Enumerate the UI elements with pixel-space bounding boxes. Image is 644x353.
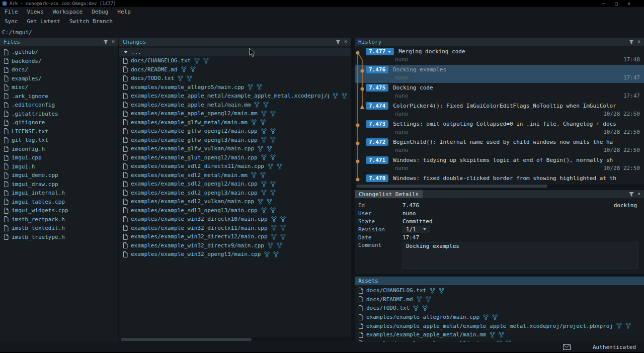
- change-row[interactable]: docs/README.md: [119, 65, 351, 74]
- close-panel-icon[interactable]: ×: [344, 39, 347, 44]
- file-row[interactable]: imgui.cpp: [0, 153, 118, 162]
- change-row[interactable]: examples/example_sdl2_metal/main.mm: [119, 171, 351, 180]
- file-row[interactable]: docs/: [0, 65, 118, 74]
- filter-icon[interactable]: [103, 39, 109, 45]
- revision-badge[interactable]: 7.473: [366, 120, 388, 128]
- commit-row[interactable]: 7.475 Docking code nuno 17:47: [355, 83, 644, 101]
- file-row[interactable]: imgui_internal.h: [0, 189, 118, 198]
- file-row[interactable]: .gitignore: [0, 118, 118, 127]
- expander-down-icon[interactable]: [124, 51, 128, 53]
- files-panel-header: Files ×: [0, 38, 118, 46]
- menu-item[interactable]: File: [0, 9, 23, 15]
- change-row[interactable]: docs/CHANGELOG.txt: [119, 56, 351, 65]
- toolbar-button[interactable]: Get Latest: [23, 18, 65, 25]
- maximize-icon[interactable]: □: [615, 1, 617, 6]
- revision-badge[interactable]: 7.477: [366, 48, 394, 55]
- detail-row-state: State Committed: [355, 217, 644, 225]
- changes-root-node[interactable]: ...: [119, 48, 351, 56]
- change-row[interactable]: examples/example_sdl2_directx11/main.cpp: [119, 162, 351, 171]
- change-row[interactable]: docs/TODO.txt: [119, 74, 351, 83]
- revision-number: 7.472: [369, 139, 385, 145]
- revision-badge[interactable]: 7.472: [366, 138, 388, 146]
- branch-icon: [264, 251, 270, 257]
- commit-row[interactable]: 7.474 ColorPicker4(): Fixed ImGuiColorEd…: [355, 101, 644, 119]
- asset-row[interactable]: docs/TODO.txt: [355, 304, 644, 313]
- file-row[interactable]: git_log.txt: [0, 136, 118, 145]
- change-row[interactable]: examples/example_win32_opengl3/main.cpp: [119, 250, 351, 259]
- change-row[interactable]: examples/example_sdl2_opengl2/main.cpp: [119, 180, 351, 189]
- change-row[interactable]: examples/example_win32_directx11/main.cp…: [119, 224, 351, 233]
- filter-icon[interactable]: [628, 192, 634, 197]
- change-row[interactable]: examples/example_apple_metal/example_app…: [119, 92, 351, 101]
- file-row[interactable]: imstb_truetype.h: [0, 233, 118, 242]
- revision-badge[interactable]: 7.470: [366, 174, 388, 182]
- scrollbar-thumb[interactable]: [356, 185, 547, 188]
- menu-item[interactable]: Help: [113, 9, 135, 15]
- change-row[interactable]: examples/example_apple_opengl2/main.mm: [119, 109, 351, 118]
- comment-field[interactable]: Docking examples: [403, 242, 638, 269]
- file-row[interactable]: imstb_textedit.h: [0, 224, 118, 233]
- change-row[interactable]: examples/example_glfw_metal/main.mm: [119, 118, 351, 127]
- change-row[interactable]: examples/example_glfw_vulkan/main.cpp: [119, 144, 351, 153]
- file-row[interactable]: imgui_widgets.cpp: [0, 206, 118, 215]
- change-row[interactable]: examples/example_glfw_opengl2/main.cpp: [119, 127, 351, 136]
- file-row[interactable]: imgui_draw.cpp: [0, 180, 118, 189]
- asset-row[interactable]: docs/CHANGELOG.txt: [355, 286, 644, 295]
- commit-row[interactable]: 7.473 Settings: omit outputing Collapsed…: [355, 119, 644, 137]
- menu-item[interactable]: Workspace: [48, 9, 88, 15]
- commit-row[interactable]: 7.472 BeginChild(): Internal name used b…: [355, 137, 644, 155]
- revision-badge[interactable]: 7.474: [366, 102, 388, 110]
- file-icon: [358, 288, 363, 294]
- change-row[interactable]: examples/example_sdl2_vulkan/main.cpp: [119, 197, 351, 206]
- revision-select[interactable]: 1/1: [403, 226, 430, 233]
- file-row[interactable]: .editorconfig: [0, 101, 118, 110]
- asset-row[interactable]: examples/example_allegro5/main.cpp: [355, 313, 644, 322]
- revision-badge[interactable]: 7.471: [366, 156, 388, 164]
- file-row[interactable]: .gitattributes: [0, 110, 118, 119]
- assets-header[interactable]: Assets: [355, 277, 644, 285]
- filter-icon[interactable]: [335, 39, 341, 45]
- change-row[interactable]: examples/example_glut_opengl2/main.cpp: [119, 153, 351, 162]
- close-panel-icon[interactable]: ×: [112, 39, 115, 44]
- revision-badge[interactable]: 7.476: [366, 66, 388, 73]
- file-row[interactable]: imconfig.h: [0, 145, 118, 154]
- asset-row[interactable]: examples/example_apple_metal/main.mm: [355, 330, 644, 339]
- mail-icon[interactable]: [563, 344, 571, 350]
- close-icon[interactable]: ×: [628, 1, 630, 6]
- file-row[interactable]: imgui_demo.cpp: [0, 171, 118, 180]
- close-panel-icon[interactable]: ×: [637, 192, 640, 197]
- asset-row[interactable]: docs/README.md: [355, 295, 644, 304]
- menu-item[interactable]: Views: [23, 9, 48, 15]
- file-row[interactable]: LICENSE.txt: [0, 127, 118, 136]
- change-row[interactable]: examples/example_sdl2_opengl3/main.cpp: [119, 189, 351, 198]
- change-row[interactable]: examples/example_apple_metal/main.mm: [119, 101, 351, 110]
- asset-row[interactable]: examples/example_apple_metal/example_app…: [355, 321, 644, 330]
- change-row[interactable]: examples/example_sdl3_opengl3/main.cpp: [119, 206, 351, 215]
- change-file-name: examples/example_apple_metal/example_app…: [131, 93, 329, 99]
- change-row[interactable]: examples/example_win32_directx10/main.cp…: [119, 215, 351, 224]
- toolbar-button[interactable]: Sync: [0, 18, 23, 25]
- file-row[interactable]: backends/: [0, 57, 118, 66]
- commit-row[interactable]: 7.471 Windows: tidying up skipitems logi…: [355, 155, 644, 173]
- scrollbar-thumb[interactable]: [121, 338, 252, 341]
- file-row[interactable]: imstb_rectpack.h: [0, 215, 118, 224]
- file-row[interactable]: .github/: [0, 48, 118, 57]
- file-row[interactable]: misc/: [0, 83, 118, 92]
- file-row[interactable]: .ark_ignore: [0, 92, 118, 101]
- commit-row[interactable]: 7.476 Docking examples nuno 17:47: [355, 65, 644, 83]
- commit-row[interactable]: 7.470 Windows: fixed double-clicked bord…: [355, 173, 644, 185]
- filter-icon[interactable]: [628, 39, 634, 45]
- file-row[interactable]: imgui_tables.cpp: [0, 198, 118, 207]
- close-panel-icon[interactable]: ×: [637, 39, 640, 44]
- change-row[interactable]: examples/example_allegro5/main.cpp: [119, 83, 351, 92]
- toolbar-button[interactable]: Switch Branch: [65, 18, 117, 25]
- file-row[interactable]: imgui.h: [0, 162, 118, 171]
- minimize-icon[interactable]: –: [602, 1, 605, 6]
- change-row[interactable]: examples/example_win32_directx12/main.cp…: [119, 232, 351, 241]
- file-row[interactable]: examples/: [0, 74, 118, 83]
- change-row[interactable]: examples/example_win32_directx9/main.cpp: [119, 241, 351, 250]
- commit-row[interactable]: 7.477 Merging docking code nuno 17:48: [355, 47, 644, 65]
- menu-item[interactable]: Debug: [87, 9, 113, 15]
- revision-badge[interactable]: 7.475: [366, 84, 388, 92]
- change-row[interactable]: examples/example_glfw_opengl3/main.cpp: [119, 136, 351, 145]
